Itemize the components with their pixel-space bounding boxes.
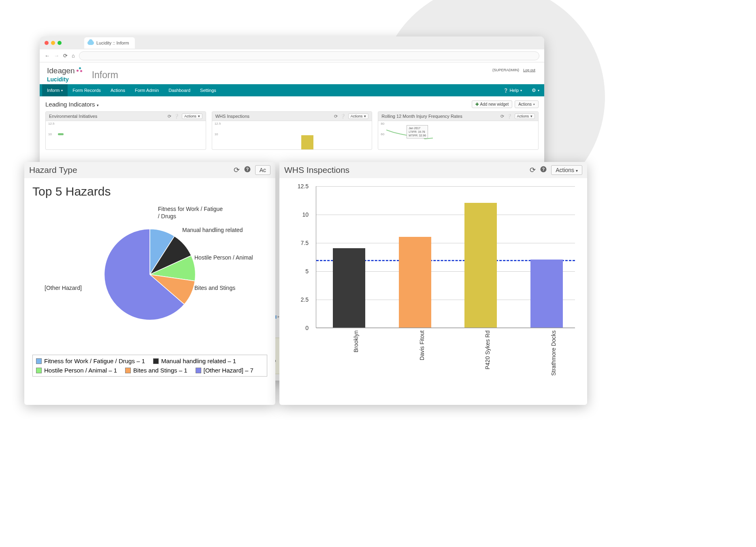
legend-item: Manual handling related – 1: [153, 358, 236, 364]
bar[interactable]: [399, 237, 431, 328]
help-icon[interactable]: ❔: [174, 114, 179, 119]
browser-tabstrip: Lucidity :: Inform: [40, 36, 544, 49]
menu-form-records[interactable]: Form Records: [68, 84, 106, 96]
bar-y-axis: 02.557.51012.5: [292, 186, 312, 328]
y-tick: 10: [302, 211, 309, 218]
menu-form-admin[interactable]: Form Admin: [130, 84, 164, 96]
chart-tooltip: Jan 2017 LTIFR: 19.78 MTIFR: 32.96: [407, 125, 428, 138]
menu-inform[interactable]: Inform▾: [42, 84, 68, 96]
browser-tab[interactable]: Lucidity :: Inform: [84, 37, 135, 49]
brand-lucidity: Lucidity: [47, 76, 82, 83]
card-hazard-title: Hazard Type: [29, 165, 77, 175]
legend-item: Hostile Person / Animal – 1: [36, 367, 117, 374]
menu-actions[interactable]: Actions: [106, 84, 130, 96]
refresh-icon[interactable]: ⟳: [168, 114, 171, 119]
bar[interactable]: [333, 248, 365, 328]
y-tick: 5: [305, 268, 309, 275]
widget-actions-button[interactable]: Actions ▾: [348, 113, 369, 119]
x-label: P420 Sykes Rd: [484, 330, 491, 370]
svg-text:?: ?: [246, 166, 248, 171]
y-tick: 7.5: [301, 240, 309, 246]
url-input[interactable]: [79, 51, 539, 60]
mini-bar: [301, 135, 313, 149]
menu-help[interactable]: ❔ Help▾: [498, 84, 527, 96]
pie-label-bites: Bites and Stings: [194, 285, 235, 292]
account-area: (SUPERADMIN) Log out: [492, 68, 535, 72]
pie-label-hostile: Hostile Person / Animal: [194, 254, 253, 262]
y-tick: 12.5: [298, 183, 309, 189]
nav-home-icon[interactable]: ⌂: [72, 53, 75, 59]
nav-back-icon[interactable]: ←: [45, 53, 50, 59]
tab-title: Lucidity :: Inform: [96, 40, 129, 45]
help-icon[interactable]: ?: [540, 166, 547, 175]
card-actions-button[interactable]: Ac: [255, 165, 270, 175]
pie-chart: Fitness for Work / Fatigue / Drugs Manua…: [32, 206, 267, 343]
menu-bar: Inform▾ Form Records Actions Form Admin …: [40, 84, 544, 96]
bar-plot: [316, 186, 575, 328]
pie-svg: [99, 224, 200, 325]
menu-gear[interactable]: ⚙▾: [527, 84, 544, 96]
y-tick: 2.5: [301, 296, 309, 303]
account-role: (SUPERADMIN): [492, 68, 519, 72]
refresh-icon[interactable]: ⟳: [334, 114, 338, 119]
bar-x-labels: BrooklynDavis FitoutP420 Sykes RdStrathm…: [316, 328, 575, 360]
widget-env-title: Environmental Initiatives: [49, 114, 97, 119]
bar[interactable]: [464, 203, 497, 328]
refresh-icon[interactable]: ⟳: [530, 166, 536, 175]
traffic-max-icon[interactable]: [57, 41, 62, 45]
legend-item: Bites and Stings – 1: [125, 367, 187, 374]
refresh-icon[interactable]: ⟳: [500, 114, 504, 119]
dashboard-title[interactable]: Leading Indicators ▾: [45, 101, 99, 108]
card-hazard-type: Hazard Type ⟳ ? Ac Top 5 Hazards Fitness…: [24, 162, 275, 405]
nav-forward-icon[interactable]: →: [54, 53, 59, 59]
logout-link[interactable]: Log out: [523, 68, 535, 72]
card-whs-inspections: WHS Inspections ⟳ ? Actions ▾ 02.557.510…: [279, 162, 587, 405]
widget-whs-title: WHS Inspections: [215, 114, 249, 119]
widget-injury-title: Rolling 12 Month Injury Frequency Rates: [381, 114, 462, 119]
dashboard-actions-button[interactable]: Actions ▾: [515, 100, 539, 108]
help-icon[interactable]: ?: [244, 166, 251, 175]
pie-label-other: [Other Hazard]: [45, 285, 82, 292]
help-icon[interactable]: ❔: [340, 114, 346, 119]
widget-actions-button[interactable]: Actions ▾: [515, 113, 535, 119]
y-tick: 0: [305, 325, 309, 331]
x-label: Davis Fitout: [419, 330, 425, 360]
card-whs-title: WHS Inspections: [284, 165, 349, 175]
widget-env: Environmental Initiatives ⟳ ❔ Actions ▾ …: [45, 111, 206, 150]
svg-text:?: ?: [542, 166, 545, 171]
widget-injury: Rolling 12 Month Injury Frequency Rates …: [378, 111, 539, 150]
bar-chart: 02.557.51012.5 BrooklynDavis FitoutP420 …: [287, 186, 579, 360]
cloud-icon: [87, 41, 94, 45]
legend-item: Fitness for Work / Fatigue / Drugs – 1: [36, 358, 145, 364]
nav-reload-icon[interactable]: ⟳: [63, 53, 68, 59]
widget-whs-mini: WHS Inspections ⟳ ❔ Actions ▾ 12.5 10: [212, 111, 373, 150]
traffic-close-icon[interactable]: [45, 41, 49, 45]
add-widget-button[interactable]: ✚Add new widget: [472, 100, 513, 108]
brand-bar: Ideagen Lucidity Inform (SUPERADMIN) Log…: [40, 62, 544, 84]
menu-dashboard[interactable]: Dashboard: [164, 84, 195, 96]
app-title: Inform: [92, 70, 118, 81]
refresh-icon[interactable]: ⟳: [234, 166, 240, 175]
pie-label-manual: Manual handling related: [182, 227, 243, 234]
widget-actions-button[interactable]: Actions ▾: [182, 113, 202, 119]
help-icon[interactable]: ❔: [507, 114, 512, 119]
brand-dots-icon: [77, 66, 82, 72]
pie-legend: Fitness for Work / Fatigue / Drugs – 1 M…: [32, 355, 267, 377]
x-label: Strathmore Docks: [550, 330, 557, 376]
traffic-min-icon[interactable]: [51, 41, 55, 45]
hazard-heading: Top 5 Hazards: [32, 185, 267, 198]
legend-item: [Other Hazard] – 7: [196, 367, 253, 374]
card-actions-button[interactable]: Actions ▾: [551, 165, 582, 175]
browser-address-bar: ← → ⟳ ⌂: [40, 49, 544, 62]
bar[interactable]: [530, 260, 563, 328]
menu-settings[interactable]: Settings: [195, 84, 221, 96]
pie-label-fitness: Fitness for Work / Fatigue / Drugs: [158, 206, 223, 220]
x-label: Brooklyn: [353, 330, 359, 352]
brand-ideagen: Ideagen: [47, 66, 75, 75]
